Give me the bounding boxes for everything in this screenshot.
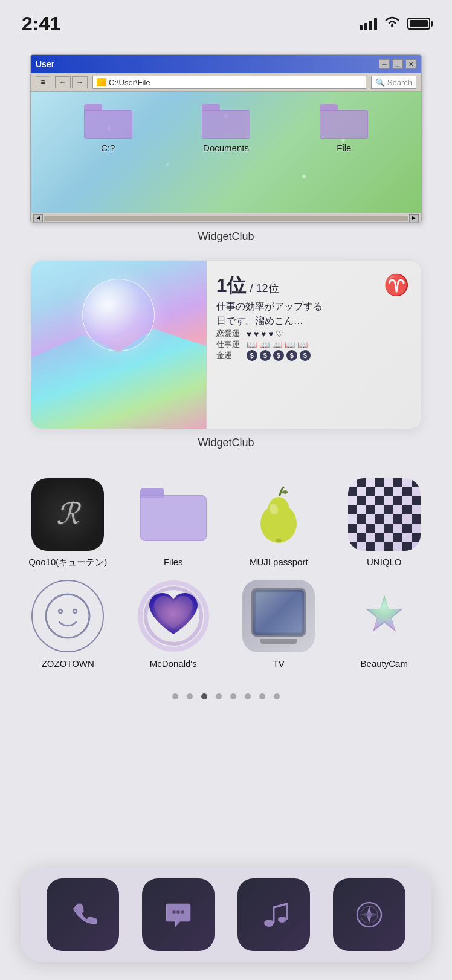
qoo10-svg: ℛ [44,490,92,539]
widget2-label: WidgetClub [30,436,422,449]
app-icon-files [137,478,210,551]
nav-buttons: ← → [55,76,88,88]
page-dot-3[interactable] [201,693,207,699]
explorer-controls: ─ □ ✕ [379,59,416,69]
messages-icon [160,897,196,933]
page-dot-7[interactable] [259,693,265,699]
svg-rect-1 [44,490,92,539]
scrollbar-horizontal[interactable]: ◀ ▶ [31,213,421,222]
page-dot-1[interactable] [172,693,178,699]
forward-button[interactable]: → [72,76,88,88]
app-icon-qoo10: ℛ [31,478,104,551]
battery-icon [407,18,430,30]
mcdonald-heart-svg [137,580,210,652]
widget-explorer[interactable]: User ─ □ ✕ ≡ ← → C:\User\File 🔍 Search [30,54,422,223]
dollar-3: $ [273,350,284,361]
search-icon: 🔍 [375,78,385,87]
minimize-button[interactable]: ─ [379,59,390,69]
app-icon-muji [242,478,315,551]
app-item-muji[interactable]: MUJI passport [229,478,329,568]
status-icons [360,16,430,31]
money-label: 金運 [216,350,242,361]
page-dot-2[interactable] [187,693,193,699]
explorer-files: C:? Documents File [31,104,421,153]
search-bar[interactable]: 🔍 Search [371,76,416,89]
status-bar: 2:41 [0,0,452,36]
dollar-4: $ [286,350,297,361]
svg-point-12 [172,910,176,914]
app-item-qoo10[interactable]: ℛ Qoo10(キューテン) [18,478,118,568]
back-button[interactable]: ← [55,76,71,88]
smiley-svg [44,592,92,640]
close-button[interactable]: ✕ [405,59,416,69]
svg-point-9 [73,609,77,613]
svg-point-14 [181,910,184,914]
scrollbar-track[interactable] [44,216,408,221]
app-label-zozo: ZOZOTOWN [42,658,94,669]
signal-icon [360,17,377,30]
app-item-files[interactable]: Files [124,478,224,568]
rank-number: 1位 [216,273,247,299]
app-icon-uniqlo [348,478,421,551]
svg-point-8 [59,609,62,613]
search-placeholder: Search [387,78,412,87]
svg-point-6 [276,539,282,542]
file-item-c[interactable]: C:? [84,104,132,153]
file-item-documents[interactable]: Documents [202,104,250,153]
love-hearts: ♥ ♥ ♥ ♥ ♡ [247,329,284,339]
maximize-button[interactable]: □ [392,59,403,69]
app-item-uniqlo[interactable]: UNIQLO [335,478,434,568]
music-icon [256,897,292,933]
horoscope-work: 仕事運 📖📖📖📖📖 [216,339,412,350]
folder-icon-small [97,78,106,86]
menu-button[interactable]: ≡ [36,76,50,88]
explorer-titlebar: User ─ □ ✕ [31,55,421,73]
dock-phone[interactable] [47,878,119,951]
status-time: 2:41 [22,13,60,35]
tv-base [260,639,297,644]
svg-text:ℛ: ℛ [56,498,82,530]
horoscope-bubble [82,279,155,351]
dock [21,868,431,962]
dock-music[interactable] [237,878,310,951]
page-dot-4[interactable] [216,693,222,699]
checker-pattern [348,478,421,551]
app-label-tv: TV [273,658,285,669]
rank-total: / 12位 [250,281,279,296]
page-dot-6[interactable] [245,693,251,699]
horoscope-description: 仕事の効率がアップする日です。溜めこん… [216,299,412,328]
path-text: C:\User\File [109,78,150,87]
horoscope-love: 恋愛運 ♥ ♥ ♥ ♥ ♡ [216,328,412,339]
app-item-beautycam[interactable]: BeautyCam [335,580,434,669]
zodiac-sign: ♈ [384,273,409,297]
dock-messages[interactable] [142,878,215,951]
widgets-area: User ─ □ ✕ ≡ ← → C:\User\File 🔍 Search [0,36,452,449]
horoscope-money: 金運 $ $ $ $ $ [216,350,412,361]
app-item-tv[interactable]: TV [229,580,329,669]
app-label-uniqlo: UNIQLO [367,557,402,568]
path-bar[interactable]: C:\User\File [92,76,366,89]
file-item-file[interactable]: File [320,104,368,153]
svg-point-7 [46,594,89,638]
scroll-right[interactable]: ▶ [409,214,419,222]
file-label-documents: Documents [203,143,249,153]
horoscope-right: ♈ 1位 / 12位 仕事の効率がアップする日です。溜めこん… 恋愛運 ♥ ♥ … [207,261,421,429]
app-label-muji: MUJI passport [250,557,308,568]
app-icon-beautycam [348,580,421,652]
app-item-mcdonald[interactable]: McDonald's [124,580,224,669]
tv-screen [251,588,306,637]
app-item-zozo[interactable]: ZOZOTOWN [18,580,118,669]
widget-horoscope[interactable]: ♈ 1位 / 12位 仕事の効率がアップする日です。溜めこん… 恋愛運 ♥ ♥ … [30,260,422,429]
folder-icon-documents [202,104,250,139]
dock-safari[interactable] [333,878,405,951]
phone-icon [65,897,101,933]
page-dot-8[interactable] [274,693,280,699]
svg-point-15 [264,920,274,927]
widget1-label: WidgetClub [30,230,422,243]
scroll-left[interactable]: ◀ [33,214,43,222]
file-label-c: C:? [101,143,115,153]
work-books: 📖📖📖📖📖 [247,340,310,349]
page-dot-5[interactable] [230,693,236,699]
pear-svg [254,486,303,544]
explorer-content: C:? Documents File [31,92,421,213]
